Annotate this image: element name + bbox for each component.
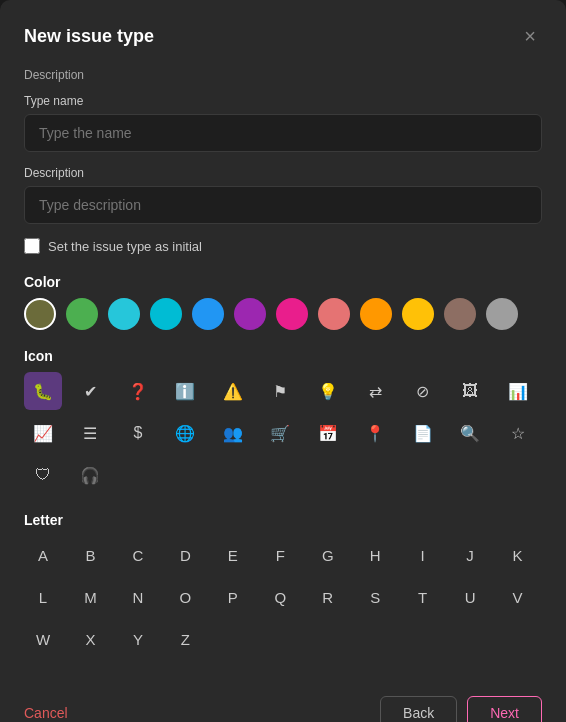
color-dot-pink[interactable] [276, 298, 308, 330]
initial-checkbox-row: Set the issue type as initial [24, 238, 542, 254]
letter-btn-B[interactable]: B [71, 536, 109, 574]
cancel-button[interactable]: Cancel [24, 705, 68, 721]
icon-btn-lightbulb[interactable]: 💡 [309, 372, 347, 410]
letter-btn-R[interactable]: R [309, 578, 347, 616]
letter-btn-D[interactable]: D [166, 536, 204, 574]
icon-btn-check-circle[interactable]: ✔ [71, 372, 109, 410]
color-dots-container [24, 298, 542, 330]
letter-btn-L[interactable]: L [24, 578, 62, 616]
back-button[interactable]: Back [380, 696, 457, 722]
letter-btn-S[interactable]: S [356, 578, 394, 616]
icon-btn-shield[interactable]: 🛡 [24, 456, 62, 494]
icon-btn-search-zoom[interactable]: 🔍 [451, 414, 489, 452]
modal-header: New issue type × [24, 24, 542, 48]
icon-btn-trend[interactable]: 📈 [24, 414, 62, 452]
letter-section: Letter ABCDEFGHIJKLMNOPQRSTUVWXYZ [24, 512, 542, 658]
letter-btn-Q[interactable]: Q [261, 578, 299, 616]
color-dot-green[interactable] [66, 298, 98, 330]
letter-btn-T[interactable]: T [404, 578, 442, 616]
color-dot-blue[interactable] [192, 298, 224, 330]
color-dot-cyan[interactable] [150, 298, 182, 330]
description-field-group: Description [24, 166, 542, 224]
initial-checkbox-label: Set the issue type as initial [48, 239, 202, 254]
letter-btn-H[interactable]: H [356, 536, 394, 574]
icon-btn-flag[interactable]: ⚑ [261, 372, 299, 410]
letter-btn-N[interactable]: N [119, 578, 157, 616]
letter-btn-Z[interactable]: Z [166, 620, 204, 658]
color-heading: Color [24, 274, 542, 290]
letter-btn-P[interactable]: P [214, 578, 252, 616]
close-button[interactable]: × [518, 24, 542, 48]
next-button[interactable]: Next [467, 696, 542, 722]
modal-footer: Cancel Back Next [24, 676, 542, 722]
letter-btn-W[interactable]: W [24, 620, 62, 658]
icon-btn-globe[interactable]: 🌐 [166, 414, 204, 452]
letter-btn-V[interactable]: V [499, 578, 537, 616]
letter-heading: Letter [24, 512, 542, 528]
letter-btn-I[interactable]: I [404, 536, 442, 574]
icon-btn-location[interactable]: 📍 [356, 414, 394, 452]
icon-btn-star[interactable]: ☆ [499, 414, 537, 452]
icon-btn-calendar[interactable]: 📅 [309, 414, 347, 452]
icon-btn-bug[interactable]: 🐛 [24, 372, 62, 410]
description-section-label: Description [24, 68, 542, 82]
icon-grid: 🐛✔❓ℹ️⚠️⚑💡⇄⊘🖼📊📈☰$🌐👥🛒📅📍📄🔍☆🛡🎧 [24, 372, 542, 494]
icon-btn-help-circle[interactable]: ❓ [119, 372, 157, 410]
letter-btn-X[interactable]: X [71, 620, 109, 658]
icon-heading: Icon [24, 348, 542, 364]
icon-section: Icon 🐛✔❓ℹ️⚠️⚑💡⇄⊘🖼📊📈☰$🌐👥🛒📅📍📄🔍☆🛡🎧 [24, 348, 542, 494]
icon-btn-chart-bar[interactable]: 📊 [499, 372, 537, 410]
color-dot-teal[interactable] [108, 298, 140, 330]
letter-btn-E[interactable]: E [214, 536, 252, 574]
icon-btn-headphone[interactable]: 🎧 [71, 456, 109, 494]
modal-title: New issue type [24, 26, 154, 47]
color-dot-olive[interactable] [24, 298, 56, 330]
letter-btn-Y[interactable]: Y [119, 620, 157, 658]
letter-btn-F[interactable]: F [261, 536, 299, 574]
letter-btn-J[interactable]: J [451, 536, 489, 574]
icon-btn-image[interactable]: 🖼 [451, 372, 489, 410]
icon-btn-people[interactable]: 👥 [214, 414, 252, 452]
icon-btn-document[interactable]: 📄 [404, 414, 442, 452]
letter-btn-U[interactable]: U [451, 578, 489, 616]
type-name-label: Type name [24, 94, 542, 108]
color-dot-brown[interactable] [444, 298, 476, 330]
letter-btn-A[interactable]: A [24, 536, 62, 574]
type-name-input[interactable] [24, 114, 542, 152]
color-section: Color [24, 274, 542, 330]
letter-btn-M[interactable]: M [71, 578, 109, 616]
type-name-field-group: Type name [24, 94, 542, 152]
letter-btn-G[interactable]: G [309, 536, 347, 574]
letter-btn-O[interactable]: O [166, 578, 204, 616]
icon-btn-warning[interactable]: ⚠️ [214, 372, 252, 410]
initial-checkbox[interactable] [24, 238, 40, 254]
letter-btn-K[interactable]: K [499, 536, 537, 574]
icon-btn-list-detail[interactable]: ☰ [71, 414, 109, 452]
description-label: Description [24, 166, 542, 180]
letter-grid: ABCDEFGHIJKLMNOPQRSTUVWXYZ [24, 536, 542, 658]
icon-btn-switch[interactable]: ⇄ [356, 372, 394, 410]
color-dot-yellow[interactable] [402, 298, 434, 330]
icon-btn-no-entry[interactable]: ⊘ [404, 372, 442, 410]
footer-right-buttons: Back Next [380, 696, 542, 722]
color-dot-rose[interactable] [318, 298, 350, 330]
icon-btn-dollar[interactable]: $ [119, 414, 157, 452]
color-dot-gray[interactable] [486, 298, 518, 330]
icon-btn-cart[interactable]: 🛒 [261, 414, 299, 452]
color-dot-purple[interactable] [234, 298, 266, 330]
letter-btn-C[interactable]: C [119, 536, 157, 574]
icon-btn-info[interactable]: ℹ️ [166, 372, 204, 410]
description-input[interactable] [24, 186, 542, 224]
color-dot-orange[interactable] [360, 298, 392, 330]
new-issue-type-modal: New issue type × Description Type name D… [0, 0, 566, 722]
